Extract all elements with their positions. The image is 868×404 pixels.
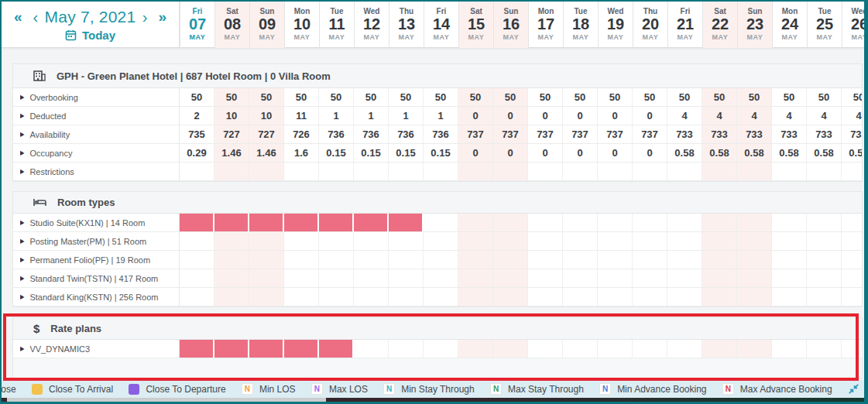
value-cell[interactable]	[180, 251, 214, 269]
value-cell[interactable]	[737, 214, 772, 231]
value-cell[interactable]: 50	[633, 88, 667, 106]
value-cell[interactable]	[633, 232, 667, 250]
value-cell[interactable]	[284, 340, 319, 358]
day-column[interactable]: Thu20MAY	[633, 2, 667, 48]
hotel-metric-label[interactable]: ▶Overbooking	[13, 88, 180, 106]
value-cell[interactable]: 733	[737, 125, 772, 143]
value-cell[interactable]	[249, 232, 284, 250]
value-cell[interactable]: 0	[598, 144, 633, 162]
value-cell[interactable]: 1	[319, 107, 354, 125]
value-cell[interactable]	[702, 163, 737, 180]
value-cell[interactable]	[633, 340, 667, 358]
value-cell[interactable]: 50	[528, 88, 563, 106]
value-cell[interactable]	[563, 288, 598, 306]
value-cell[interactable]	[284, 269, 319, 287]
value-cell[interactable]	[528, 232, 563, 250]
value-cell[interactable]: 10	[249, 107, 284, 125]
horizontal-scrollbar-thumb[interactable]	[7, 398, 326, 402]
value-cell[interactable]: 50	[737, 88, 772, 106]
value-cell[interactable]	[667, 251, 702, 269]
value-cell[interactable]	[598, 232, 633, 250]
value-cell[interactable]: 4	[772, 107, 807, 125]
value-cell[interactable]	[667, 163, 702, 180]
value-cell[interactable]	[842, 214, 862, 231]
value-cell[interactable]: 50	[319, 88, 354, 106]
value-cell[interactable]	[214, 288, 249, 306]
value-cell[interactable]	[458, 251, 493, 269]
value-cell[interactable]	[180, 340, 214, 358]
value-cell[interactable]: 1.46	[249, 144, 284, 162]
value-cell[interactable]	[180, 163, 214, 180]
value-cell[interactable]: 0	[458, 107, 493, 125]
value-cell[interactable]	[389, 251, 424, 269]
value-cell[interactable]	[528, 163, 563, 180]
value-cell[interactable]	[667, 288, 702, 306]
value-cell[interactable]: 1.6	[284, 144, 319, 162]
value-cell[interactable]	[772, 163, 807, 180]
day-column[interactable]: Sat15MAY	[458, 2, 493, 48]
room-type-label[interactable]: ▶Permanent Folio(PF) | 19 Room	[13, 251, 180, 269]
value-cell[interactable]: 0	[598, 107, 633, 125]
value-cell[interactable]	[424, 269, 458, 287]
value-cell[interactable]: 0.58	[772, 144, 807, 162]
value-cell[interactable]	[807, 232, 842, 250]
value-cell[interactable]	[737, 163, 772, 180]
value-cell[interactable]: 50	[598, 88, 633, 106]
value-cell[interactable]	[354, 214, 389, 231]
value-cell[interactable]	[424, 288, 458, 306]
value-cell[interactable]	[214, 232, 249, 250]
value-cell[interactable]: 10	[214, 107, 249, 125]
day-column[interactable]: Mon24MAY	[772, 2, 807, 48]
rate-plan-label[interactable]: ▶VV_DYNAMIC3	[13, 340, 180, 358]
value-cell[interactable]: 50	[389, 88, 424, 106]
value-cell[interactable]: 0.15	[424, 144, 458, 162]
value-cell[interactable]	[528, 340, 563, 358]
value-cell[interactable]	[249, 251, 284, 269]
value-cell[interactable]	[284, 163, 319, 180]
value-cell[interactable]	[633, 269, 667, 287]
value-cell[interactable]	[319, 269, 354, 287]
value-cell[interactable]	[667, 269, 702, 287]
value-cell[interactable]	[284, 214, 319, 231]
value-cell[interactable]	[424, 232, 458, 250]
value-cell[interactable]	[214, 163, 249, 180]
value-cell[interactable]: 50	[667, 88, 702, 106]
value-cell[interactable]: 50	[249, 88, 284, 106]
value-cell[interactable]	[354, 288, 389, 306]
value-cell[interactable]	[249, 163, 284, 180]
value-cell[interactable]	[249, 288, 284, 306]
value-cell[interactable]: 50	[807, 88, 842, 106]
value-cell[interactable]	[633, 251, 667, 269]
day-column[interactable]: Sun23MAY	[737, 2, 772, 48]
value-cell[interactable]	[493, 288, 528, 306]
value-cell[interactable]	[458, 232, 493, 250]
value-cell[interactable]	[598, 269, 633, 287]
value-cell[interactable]	[319, 232, 354, 250]
value-cell[interactable]	[214, 340, 249, 358]
value-cell[interactable]: 1	[424, 107, 458, 125]
value-cell[interactable]: 50	[772, 88, 807, 106]
value-cell[interactable]: 0	[493, 107, 528, 125]
hotel-metric-label[interactable]: ▶Deducted	[13, 107, 180, 125]
value-cell[interactable]: 4	[737, 107, 772, 125]
day-column[interactable]: Sun16MAY	[493, 2, 528, 48]
value-cell[interactable]: 0.58	[702, 144, 737, 162]
value-cell[interactable]	[284, 251, 319, 269]
value-cell[interactable]	[772, 214, 807, 231]
value-cell[interactable]: 0	[493, 144, 528, 162]
value-cell[interactable]	[842, 232, 862, 250]
value-cell[interactable]: 733	[667, 125, 702, 143]
value-cell[interactable]	[354, 163, 389, 180]
value-cell[interactable]	[563, 163, 598, 180]
value-cell[interactable]: 0.29	[180, 144, 214, 162]
value-cell[interactable]: 1	[354, 107, 389, 125]
value-cell[interactable]	[737, 340, 772, 358]
value-cell[interactable]	[493, 251, 528, 269]
value-cell[interactable]	[493, 232, 528, 250]
value-cell[interactable]	[807, 163, 842, 180]
value-cell[interactable]	[842, 251, 862, 269]
value-cell[interactable]	[458, 340, 493, 358]
value-cell[interactable]: 0.15	[354, 144, 389, 162]
value-cell[interactable]: 0.15	[389, 144, 424, 162]
value-cell[interactable]: 50	[284, 88, 319, 106]
